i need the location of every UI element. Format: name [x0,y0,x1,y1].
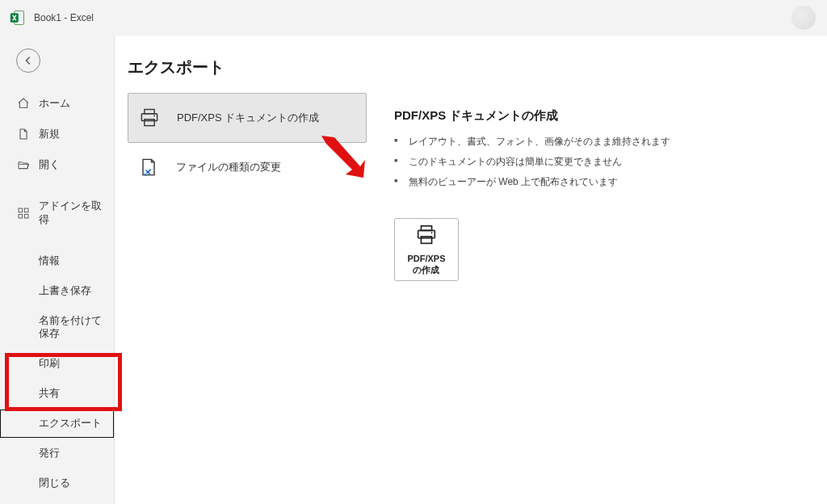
window-title: Book1 - Excel [34,12,94,23]
export-option-pdfxps[interactable]: PDF/XPS ドキュメントの作成 [128,93,367,143]
sidebar-item-label: 情報 [39,254,60,268]
new-file-icon [16,127,31,141]
sidebar-item-home[interactable]: ホーム [0,89,114,118]
svg-rect-8 [24,214,28,218]
export-option-changetype[interactable]: ファイルの種類の変更 [128,143,367,191]
sidebar-item-print[interactable]: 印刷 [0,350,114,378]
svg-rect-6 [24,208,28,212]
svg-rect-9 [145,110,154,114]
detail-bullet: このドキュメントの内容は簡単に変更できません [394,152,670,172]
content-area: エクスポート PDF/XPS ドキュメントの作成 ファイルの種類の変更 PDF/… [115,36,827,504]
sidebar-item-label: 閉じる [39,477,70,490]
sidebar-item-label: 名前を付けて保存 [39,314,109,341]
user-avatar[interactable] [791,6,816,30]
excel-logo-icon [10,10,26,26]
export-option-label: ファイルの種類の変更 [176,160,281,174]
printer-icon [414,223,439,250]
export-option-list: PDF/XPS ドキュメントの作成 ファイルの種類の変更 [128,93,367,191]
addins-icon [16,206,31,220]
sidebar-item-label: 発行 [39,447,60,460]
svg-rect-5 [19,208,23,212]
detail-bullet: 無料のビューアーが Web 上で配布されています [394,172,670,192]
sidebar-item-label: 共有 [39,387,60,401]
svg-rect-7 [19,214,23,218]
detail-title: PDF/XPS ドキュメントの作成 [394,108,670,124]
sidebar-item-share[interactable]: 共有 [0,380,114,408]
sidebar-item-label: アドインを取得 [39,200,109,227]
sidebar-item-label: 上書き保存 [39,284,91,298]
sidebar-item-label: エクスポート [39,417,102,430]
home-icon [16,96,31,111]
printer-icon [136,105,162,131]
export-option-label: PDF/XPS ドキュメントの作成 [177,111,319,125]
change-file-type-icon [136,154,162,180]
folder-open-icon [16,158,31,172]
create-pdf-xps-label: PDF/XPSの作成 [407,254,445,276]
sidebar-item-export[interactable]: エクスポート [0,410,114,438]
detail-bullets: レイアウト、書式、フォント、画像がそのまま維持されます このドキュメントの内容は… [394,132,670,192]
sidebar-item-addins[interactable]: アドインを取得 [0,192,114,234]
sidebar-item-label: ホーム [39,97,70,111]
page-title: エクスポート [128,57,367,78]
sidebar-item-publish[interactable]: 発行 [0,439,114,468]
backstage-sidebar: ホーム 新規 開く アドインを取得 情報 上書き保存 名前を付けて保存 印刷 共… [0,36,115,504]
sidebar-item-label: 印刷 [39,357,60,371]
svg-point-16 [431,233,433,234]
create-pdf-xps-button[interactable]: PDF/XPSの作成 [394,218,459,281]
sidebar-item-info[interactable]: 情報 [0,247,114,275]
back-button[interactable] [16,48,40,73]
sidebar-item-label: 新規 [39,128,60,141]
sidebar-item-label: 開く [39,158,60,172]
sidebar-item-save[interactable]: 上書き保存 [0,277,114,305]
svg-point-12 [153,116,155,117]
sidebar-item-open[interactable]: 開く [0,150,114,179]
sidebar-item-saveas[interactable]: 名前を付けて保存 [0,307,114,348]
sidebar-item-new[interactable]: 新規 [0,120,114,149]
titlebar: Book1 - Excel [0,0,827,36]
detail-bullet: レイアウト、書式、フォント、画像がそのまま維持されます [394,132,670,152]
sidebar-item-close[interactable]: 閉じる [0,469,114,498]
